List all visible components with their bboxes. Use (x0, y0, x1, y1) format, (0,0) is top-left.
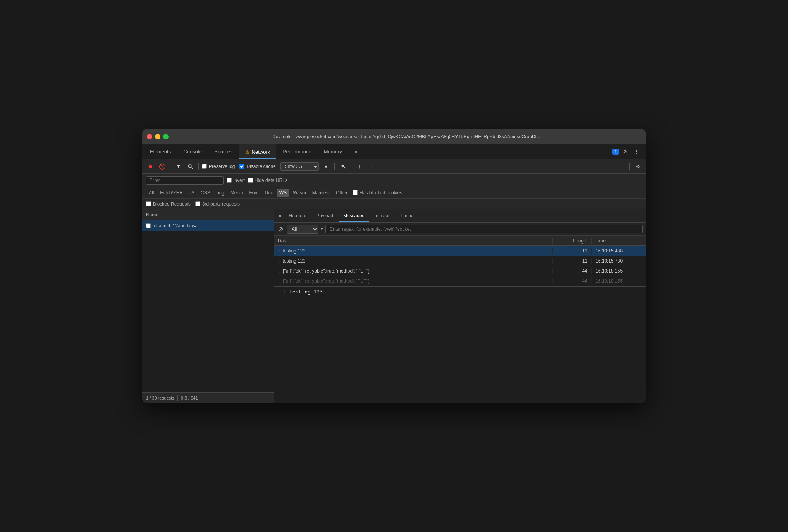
filter-ws-button[interactable]: WS (277, 189, 289, 197)
subtab-messages-label: Messages (343, 213, 365, 218)
svg-line-1 (191, 167, 193, 169)
download-button[interactable]: ↓ (366, 161, 376, 172)
tab-memory-label: Memory (324, 149, 342, 154)
tab-console[interactable]: Console (177, 144, 208, 159)
search-button[interactable] (185, 161, 195, 172)
message-row[interactable]: ↓ {"url":"ok","retryable":true,"method":… (274, 266, 646, 276)
filter-font-button[interactable]: Font (246, 189, 261, 197)
disable-cache-label[interactable]: Disable cache (239, 164, 275, 169)
throttle-dropdown-button[interactable]: ▾ (321, 161, 331, 172)
request-checkbox[interactable] (146, 223, 151, 228)
request-list-empty (142, 231, 274, 392)
wifi-settings-button[interactable] (338, 161, 348, 172)
footer-separator (177, 395, 178, 401)
upload-button[interactable]: ↑ (354, 161, 365, 172)
subtab-initiator[interactable]: Initiator (370, 209, 394, 222)
network-settings-button[interactable]: ⚙ (633, 161, 643, 172)
preserve-log-label[interactable]: Preserve log (202, 164, 235, 169)
subtab-timing-label: Timing (400, 213, 414, 218)
svg-point-0 (188, 165, 191, 168)
tab-elements[interactable]: Elements (144, 144, 177, 159)
invert-label[interactable]: Invert (227, 178, 245, 183)
throttle-select[interactable]: Slow 3G No throttling Fast 3G Offline (280, 162, 319, 171)
has-blocked-cookies-checkbox[interactable] (353, 190, 358, 195)
message-length: 11 (553, 258, 592, 264)
clear-button[interactable]: 🚫 (157, 161, 167, 172)
receive-arrow-icon: ↓ (278, 258, 280, 264)
hide-data-urls-checkbox[interactable] (248, 178, 253, 183)
tab-more[interactable]: » (348, 144, 363, 159)
hide-data-urls-label[interactable]: Hide data URLs (248, 178, 287, 183)
message-row[interactable]: ↑ testing 123 11 16:10:15.488 (274, 246, 646, 256)
filter-button[interactable] (174, 161, 184, 172)
message-row[interactable]: ↓ {"url":"ok","retryable":true,"method":… (274, 276, 646, 286)
tab-performance-label: Performance (282, 149, 311, 154)
toolbar-sep-3 (334, 163, 335, 170)
tab-network[interactable]: ⚠ Network (239, 144, 277, 159)
subtab-headers[interactable]: Headers (284, 209, 311, 222)
message-data: ↓ {"url":"ok","retryable":true,"method":… (274, 278, 553, 284)
devtools-more-button[interactable]: ⋮ (631, 147, 641, 156)
subtab-payload[interactable]: Payload (312, 209, 338, 222)
close-detail-button[interactable]: × (277, 209, 283, 222)
message-time: 16:10:15.730 (592, 258, 646, 264)
tab-sources-label: Sources (214, 149, 233, 154)
status-footer: 1 / 30 requests 0 B / 841 (142, 392, 274, 403)
subtab-initiator-label: Initiator (375, 213, 390, 218)
filter-all-button[interactable]: All (146, 189, 157, 197)
invert-text: Invert (233, 178, 245, 183)
receive-arrow-icon: ↓ (278, 278, 280, 284)
subtab-timing[interactable]: Timing (395, 209, 418, 222)
filter-manifest-button[interactable]: Manifest (310, 189, 332, 197)
devtools-settings-button[interactable]: ⚙ (621, 147, 630, 156)
filter-other-button[interactable]: Other (333, 189, 350, 197)
message-data: ↓ {"url":"ok","retryable":true,"method":… (274, 268, 553, 274)
close-button[interactable] (147, 134, 152, 139)
filter-bar: Invert Hide data URLs (142, 174, 646, 187)
message-time: 16:10:15.488 (592, 248, 646, 254)
filter-doc-button[interactable]: Doc (262, 189, 275, 197)
filter-wasm-button[interactable]: Wasm (290, 189, 309, 197)
blocked-requests-label[interactable]: Blocked Requests (146, 201, 191, 207)
tab-memory[interactable]: Memory (318, 144, 348, 159)
record-button[interactable]: ⏺ (145, 161, 155, 172)
minimize-button[interactable] (155, 134, 160, 139)
download-icon: ↓ (370, 163, 372, 170)
messages-table: Data Length Time ↑ testing 123 11 16:10:… (274, 236, 646, 403)
filter-input[interactable] (146, 176, 224, 185)
subtab-messages[interactable]: Messages (339, 209, 369, 222)
request-list-header: Name (142, 209, 274, 220)
tab-sources[interactable]: Sources (208, 144, 239, 159)
message-data: ↓ testing 123 (274, 258, 553, 264)
traffic-lights (147, 134, 169, 139)
third-party-label[interactable]: 3rd-party requests (195, 201, 240, 207)
detail-content: testing 123 (289, 289, 323, 295)
request-item[interactable]: channel_1?api_key=... (142, 220, 274, 231)
message-data: ↑ testing 123 (274, 248, 553, 254)
message-time: 16:10:18.155 (592, 278, 646, 284)
subtab-payload-label: Payload (317, 213, 333, 218)
third-party-checkbox[interactable] (195, 201, 200, 206)
message-filter-input[interactable] (325, 225, 643, 233)
blocked-requests-checkbox[interactable] (146, 201, 151, 206)
dropdown-arrow-icon: ▾ (321, 227, 323, 232)
network-toolbar: ⏺ 🚫 Preserve log Disable cache Slow 3G N… (142, 159, 646, 174)
disable-cache-checkbox[interactable] (239, 164, 244, 169)
notification-badge[interactable]: 1 (612, 149, 619, 155)
filter-css-button[interactable]: CSS (198, 189, 213, 197)
filter-js-button[interactable]: JS (186, 189, 197, 197)
message-detail: 1 testing 123 (274, 286, 646, 297)
block-message-button[interactable]: ⊘ (277, 224, 284, 234)
send-arrow-icon: ↑ (278, 248, 280, 254)
filter-media-button[interactable]: Media (228, 189, 246, 197)
invert-checkbox[interactable] (227, 178, 232, 183)
filter-img-button[interactable]: Img (214, 189, 227, 197)
request-name-column-header: Name (146, 212, 158, 218)
filter-fetch-xhr-button[interactable]: Fetch/XHR (157, 189, 186, 197)
message-row[interactable]: ↓ testing 123 11 16:10:15.730 (274, 256, 646, 266)
message-type-select[interactable]: All Send Receive (287, 225, 318, 234)
tab-performance[interactable]: Performance (276, 144, 317, 159)
has-blocked-cookies-label[interactable]: Has blocked cookies (353, 190, 402, 196)
preserve-log-checkbox[interactable] (202, 164, 207, 169)
maximize-button[interactable] (163, 134, 169, 139)
